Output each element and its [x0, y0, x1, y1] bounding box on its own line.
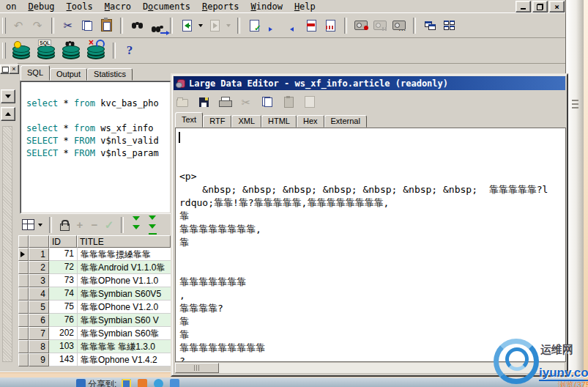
dialog-tab-html[interactable]: HTML — [261, 115, 297, 128]
header-rownum[interactable] — [29, 235, 49, 248]
copy-button[interactable] — [78, 16, 97, 35]
close-button[interactable]: × — [549, 1, 565, 12]
table-row[interactable]: 676靠靠Symbian S60 V — [18, 314, 171, 327]
toolbar-grip[interactable] — [2, 43, 6, 59]
cell-title: 靠靠Symbian S60V5 — [77, 287, 171, 301]
outdent-button[interactable] — [283, 16, 302, 35]
table-row[interactable]: 272靠靠Android V1.1.0靠 — [18, 261, 171, 274]
copy-button[interactable] — [260, 95, 275, 109]
table-row[interactable]: 474靠靠Symbian S60V5 — [18, 287, 171, 301]
menu-item-on[interactable]: on — [0, 1, 22, 12]
fetch-all-button[interactable] — [144, 215, 160, 235]
tab-output[interactable]: Output — [50, 68, 87, 81]
commit-button[interactable] — [9, 40, 34, 61]
post-record-button[interactable]: ✓ — [102, 215, 116, 235]
table-row[interactable]: 373靠靠OPhone V1.1.0 — [18, 274, 171, 287]
cascade-windows-icon — [425, 21, 436, 30]
menu-item-reports[interactable]: Reports — [196, 1, 245, 12]
forward-dropdown-button[interactable] — [224, 16, 233, 35]
find-button[interactable] — [127, 16, 146, 35]
share-tencent-icon[interactable] — [154, 379, 163, 387]
block-end-button[interactable] — [321, 16, 340, 35]
scroll-up-button[interactable] — [1, 107, 15, 121]
menu-item-tools[interactable]: Tools — [61, 1, 99, 12]
tab-sql[interactable]: SQL — [21, 65, 50, 81]
delete-record-button[interactable]: − — [87, 215, 102, 235]
block-begin-button[interactable] — [302, 16, 321, 35]
execute-sql-button[interactable]: SQL — [34, 40, 59, 61]
toolbar-grip[interactable] — [2, 18, 6, 34]
cell-id: 75 — [49, 301, 77, 314]
redo-button[interactable]: ↷ — [28, 16, 47, 35]
properties-button[interactable] — [302, 95, 317, 109]
save-button[interactable] — [196, 95, 211, 109]
add-record-button[interactable]: + — [72, 215, 87, 235]
scroll-down-button[interactable] — [1, 89, 15, 103]
share-renren-icon[interactable] — [170, 379, 179, 387]
paste-button[interactable] — [97, 16, 116, 35]
horizontal-scrollbar[interactable] — [174, 362, 565, 374]
share-qzone-icon[interactable] — [122, 379, 131, 387]
header-title[interactable]: TITLE — [77, 235, 171, 248]
grid-options-dropdown[interactable] — [36, 215, 45, 235]
dialog-titlebar[interactable]: Large Data Editor - ws_xf_info.article (… — [174, 76, 565, 90]
macro-library-button[interactable]: ... — [390, 16, 409, 35]
dialog-tab-external[interactable]: External — [324, 115, 367, 128]
pause-macro-button[interactable] — [371, 16, 390, 35]
syntax-check-button[interactable]: ✓ — [245, 16, 264, 35]
dialog-tab-hex[interactable]: Hex — [297, 115, 324, 128]
open-button[interactable] — [175, 95, 190, 109]
grid-options-button[interactable] — [20, 215, 36, 235]
fetch-next-button[interactable] — [128, 215, 144, 235]
menu-item-help[interactable]: Help — [289, 1, 321, 12]
paste-button[interactable] — [281, 95, 296, 109]
lob-text-area[interactable]: <p> &nbsp; &nbsp; &nbsp; &nbsp; &nbsp; &… — [175, 128, 566, 362]
cut-button[interactable]: ✂ — [59, 16, 78, 35]
table-row[interactable]: 7202靠靠Symbian S60靠 — [18, 327, 171, 340]
header-id[interactable]: ID — [49, 235, 77, 248]
dialog-tab-text[interactable]: Text — [175, 112, 203, 128]
sql-editor[interactable]: select * from kvc_bas_pho select * from … — [20, 81, 171, 214]
dialog-tab-rtf[interactable]: RTF — [203, 115, 231, 128]
header-indicator[interactable] — [18, 235, 29, 248]
table-row[interactable]: 8103靠靠靠靠 靠縑1.3.0 — [18, 340, 171, 353]
record-macro-button[interactable] — [351, 16, 371, 35]
dialog-tab-xml[interactable]: XML — [231, 115, 261, 128]
share-weibo-icon[interactable] — [138, 379, 147, 387]
undo-button[interactable]: ↶ — [9, 16, 28, 35]
table-row[interactable]: 171靠靠靠靠摽縔靠靠 — [18, 248, 171, 261]
table-row[interactable]: 575靠靠OPhone V1.2.0 — [18, 301, 171, 314]
dock-close-button[interactable]: × — [9, 64, 19, 74]
rollback-button[interactable]: × — [83, 40, 108, 61]
menu-items: onDebugToolsMacroDocumentsReportsWindowH… — [0, 1, 321, 12]
forward-button[interactable] — [205, 16, 224, 35]
minimize-button[interactable] — [516, 1, 531, 12]
indent-button[interactable] — [264, 16, 283, 35]
tab-statistics[interactable]: Statistics — [87, 68, 133, 81]
share-platform-icon[interactable] — [76, 379, 86, 387]
back-dropdown-button[interactable] — [196, 16, 205, 35]
scrollbar-thumb[interactable] — [175, 363, 219, 373]
table-row[interactable]: 9143靠靠Ophone V1.4.2 — [18, 353, 171, 366]
menu-item-documents[interactable]: Documents — [137, 1, 196, 12]
large-data-editor-dialog: Large Data Editor - ws_xf_info.article (… — [171, 73, 568, 377]
back-button[interactable] — [177, 16, 196, 35]
cascade-windows-button[interactable] — [420, 16, 439, 35]
rollback-icon: × — [87, 44, 105, 57]
lock-button[interactable] — [56, 215, 72, 235]
print-button[interactable] — [217, 95, 232, 109]
collapsed-panel-strip[interactable] — [2, 126, 12, 362]
tile-windows-button[interactable] — [439, 16, 458, 35]
sql-code[interactable]: select * from kvc_bas_pho select * from … — [22, 83, 169, 212]
menu-item-debug[interactable]: Debug — [22, 1, 60, 12]
cell-title: 靠靠靠靠摽縔靠靠 — [77, 248, 171, 261]
restore-button[interactable] — [532, 1, 548, 12]
text-line: rdquo;靠靠!靠?靠靠靠靠靠,靠靠靠靠靠靠靠靠, — [179, 196, 565, 210]
row-number: 6 — [29, 314, 49, 327]
menu-item-window[interactable]: Window — [245, 1, 289, 12]
help-button[interactable]: ? — [120, 41, 139, 60]
find-next-button[interactable] — [146, 16, 165, 35]
cut-button[interactable]: ✂ — [239, 95, 253, 109]
find-database-object-button[interactable] — [59, 40, 83, 61]
menu-item-macro[interactable]: Macro — [99, 1, 137, 12]
